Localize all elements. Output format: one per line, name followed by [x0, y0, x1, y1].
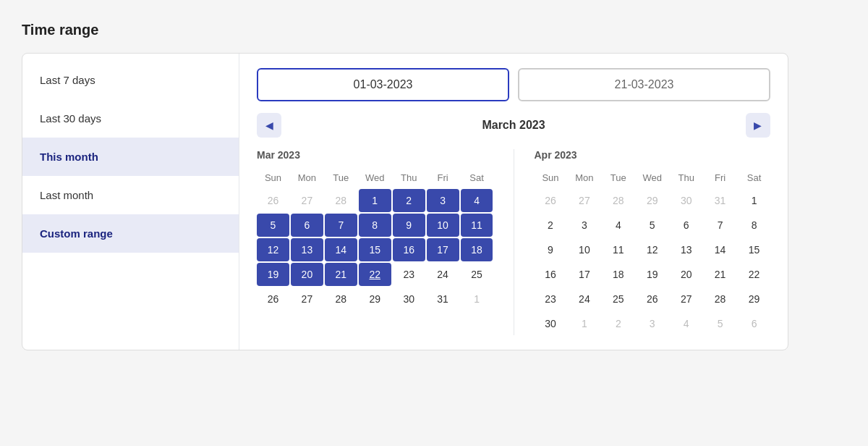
calendar-day[interactable]: 30 [670, 189, 702, 212]
calendar-day[interactable]: 2 [393, 189, 425, 212]
calendar-day[interactable]: 1 [461, 287, 493, 311]
calendar-day[interactable]: 5 [636, 214, 668, 237]
calendar-day[interactable]: 1 [359, 189, 391, 212]
march-calendar: Mar 2023SunMonTueWedThuFriSat26272812345… [257, 149, 493, 335]
calendar-day[interactable]: 26 [636, 287, 668, 311]
day-header: Wed [359, 168, 391, 188]
calendar-day[interactable]: 9 [393, 214, 425, 237]
sidebar-item-last30[interactable]: Last 30 days [22, 99, 239, 138]
sidebar-item-lastmonth[interactable]: Last month [22, 176, 239, 214]
day-header: Tue [602, 168, 634, 188]
calendar-day[interactable]: 21 [704, 263, 736, 286]
day-header: Fri [704, 168, 736, 188]
calendar-day[interactable]: 10 [568, 238, 600, 261]
calendar-day[interactable]: 29 [738, 287, 770, 311]
calendar-day[interactable]: 24 [568, 287, 600, 311]
calendar-day[interactable]: 13 [670, 238, 702, 261]
calendar-day[interactable]: 31 [427, 287, 459, 311]
calendar-day[interactable]: 3 [427, 189, 459, 212]
sidebar-item-last7[interactable]: Last 7 days [22, 61, 239, 99]
calendar-day[interactable]: 26 [257, 189, 289, 212]
calendar-day[interactable]: 6 [738, 312, 770, 335]
calendar-day[interactable]: 25 [602, 287, 634, 311]
calendar-day[interactable]: 26 [535, 189, 567, 212]
main-container: Last 7 days Last 30 days This month Last… [22, 53, 788, 350]
day-header: Mon [568, 168, 600, 188]
calendar-day[interactable]: 27 [291, 287, 323, 311]
sidebar-item-custom[interactable]: Custom range [22, 214, 239, 253]
calendar-day[interactable]: 1 [568, 312, 600, 335]
calendar-day[interactable]: 4 [602, 214, 634, 237]
calendar-day[interactable]: 30 [393, 287, 425, 311]
prev-icon: ◀ [265, 119, 273, 131]
calendar-day[interactable]: 29 [636, 189, 668, 212]
prev-month-button[interactable]: ◀ [257, 113, 281, 138]
calendar-day[interactable]: 19 [636, 263, 668, 286]
calendar-day[interactable]: 14 [704, 238, 736, 261]
calendar-day[interactable]: 3 [568, 214, 600, 237]
calendar-day[interactable]: 15 [738, 238, 770, 261]
calendar-day[interactable]: 28 [325, 189, 357, 212]
month-label: Apr 2023 [535, 149, 771, 161]
calendar-day[interactable]: 26 [257, 287, 289, 311]
calendar-day[interactable]: 27 [568, 189, 600, 212]
calendar-day[interactable]: 18 [461, 238, 493, 261]
calendar-day[interactable]: 14 [325, 238, 357, 261]
calendar-day[interactable]: 6 [670, 214, 702, 237]
start-date-input[interactable] [257, 68, 509, 101]
calendar-day[interactable]: 29 [359, 287, 391, 311]
calendar-day[interactable]: 16 [393, 238, 425, 261]
calendar-day[interactable]: 28 [602, 189, 634, 212]
calendar-day[interactable]: 27 [291, 189, 323, 212]
calendar-day[interactable]: 2 [602, 312, 634, 335]
calendar-day[interactable]: 6 [291, 214, 323, 237]
calendar-day[interactable]: 5 [704, 312, 736, 335]
calendar-day[interactable]: 7 [325, 214, 357, 237]
calendar-day[interactable]: 4 [461, 189, 493, 212]
calendar-day[interactable]: 31 [704, 189, 736, 212]
day-header: Tue [325, 168, 357, 188]
calendar-day[interactable]: 11 [602, 238, 634, 261]
calendar-day[interactable]: 3 [636, 312, 668, 335]
calendar-day[interactable]: 5 [257, 214, 289, 237]
calendar-day[interactable]: 12 [636, 238, 668, 261]
calendar-day[interactable]: 1 [738, 189, 770, 212]
calendar-day[interactable]: 17 [427, 238, 459, 261]
sidebar-item-thismonth[interactable]: This month [22, 138, 239, 176]
calendar-day[interactable]: 7 [704, 214, 736, 237]
calendar-day[interactable]: 28 [704, 287, 736, 311]
end-date-input[interactable] [518, 68, 770, 101]
calendar-day[interactable]: 22 [359, 263, 391, 286]
calendar-day[interactable]: 4 [670, 312, 702, 335]
calendar-day[interactable]: 20 [670, 263, 702, 286]
calendar-day[interactable]: 23 [393, 263, 425, 286]
calendar-day[interactable]: 12 [257, 238, 289, 261]
calendar-day[interactable]: 8 [359, 214, 391, 237]
calendar-day[interactable]: 2 [535, 214, 567, 237]
calendar-day[interactable]: 22 [738, 263, 770, 286]
calendar-day[interactable]: 13 [291, 238, 323, 261]
calendar-day[interactable]: 10 [427, 214, 459, 237]
date-inputs-row [257, 68, 770, 101]
calendar-day[interactable]: 19 [257, 263, 289, 286]
day-header: Sat [738, 168, 770, 188]
next-month-button[interactable]: ▶ [746, 113, 770, 138]
calendar-day[interactable]: 30 [535, 312, 567, 335]
calendar-day[interactable]: 24 [427, 263, 459, 286]
calendar-day[interactable]: 28 [325, 287, 357, 311]
calendar-day[interactable]: 25 [461, 263, 493, 286]
calendar-day[interactable]: 16 [535, 263, 567, 286]
calendar-day[interactable]: 11 [461, 214, 493, 237]
calendar-day[interactable]: 8 [738, 214, 770, 237]
calendar-divider [514, 149, 514, 335]
calendar-day[interactable]: 17 [568, 263, 600, 286]
calendar-day[interactable]: 9 [535, 238, 567, 261]
calendar-grid: SunMonTueWedThuFriSat2627281234567891011… [257, 168, 493, 311]
calendar-day[interactable]: 23 [535, 287, 567, 311]
calendar-day[interactable]: 18 [602, 263, 634, 286]
calendar-day[interactable]: 15 [359, 238, 391, 261]
calendar-nav: ◀ March 2023 ▶ [257, 113, 770, 138]
calendar-day[interactable]: 20 [291, 263, 323, 286]
calendar-day[interactable]: 27 [670, 287, 702, 311]
calendar-day[interactable]: 21 [325, 263, 357, 286]
